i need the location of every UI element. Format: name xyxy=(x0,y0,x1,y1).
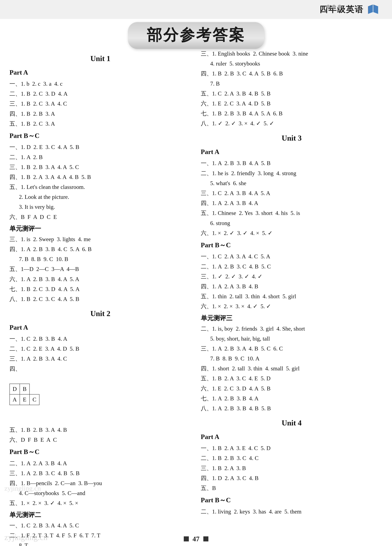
u3-a-line6: 五、1. Chinese 2. Yes 3. short 4. his 5. i… xyxy=(201,208,383,218)
unit3-partA-title: Part A xyxy=(201,146,383,157)
u1-bc-line2: 二、1. A 2. B xyxy=(9,152,191,162)
u2-cont-line3: 四、1. B 2. B 3. C 4. A 5. B 6. B xyxy=(201,69,383,78)
u2-cont-line7: 七、1. B 2. B 3. B 4. A 5. A 6. B xyxy=(201,109,383,118)
u3-cp-line5: 四、1. short 2. tall 3. thin 4. small 5. g… xyxy=(201,364,383,373)
u4-a-line2: 二、1. B 2. B 3. C 4. C xyxy=(201,453,383,463)
page: 四年级英语 部分参考答案 Unit 1 Part A 一、1. b 2. c 3… xyxy=(0,0,392,546)
table-cell-B: B xyxy=(20,384,30,394)
table-cell-A: A xyxy=(10,394,20,405)
u4-a-line3: 三、1. B 2. A 3. B xyxy=(201,463,383,473)
u1-bc-line4: 四、1. B 2. A 3. A 4. A 4. B 5. B xyxy=(9,172,191,182)
unit2-table: D B A E C xyxy=(9,384,39,405)
content-area: Unit 1 Part A 一、1. b 2. c 3. a 4. c 二、1.… xyxy=(9,49,383,530)
u2-cont-line5: 五、1. C 2. A 3. B 4. B 5. B xyxy=(201,89,383,98)
unit1-ceping-title: 单元测评一 xyxy=(9,223,191,234)
u2-cont-line8: 八、1. ✓ 2. ✓ 3. × 4. ✓ 5. ✓ xyxy=(201,119,383,128)
decorative-dots xyxy=(326,5,341,8)
unit1-partBC-title: Part B～C xyxy=(9,130,191,141)
u2-a-line1: 一、1. C 2. B 3. B 4. A xyxy=(9,334,191,344)
unit2-partBC-title: Part B～C xyxy=(9,446,191,457)
u1-a-line2: 二、1. B 2. C 3. D 4. A xyxy=(9,89,191,99)
u1-a-line1: 一、1. b 2. c 3. a 4. c xyxy=(9,79,191,89)
u1-cp-line4: 五、1—D 2—C 3—A 4—B xyxy=(9,264,191,274)
unit3-partBC-title: Part B～C xyxy=(201,240,383,251)
u2-bc-line2: 三、1. A 2. B 3. C 4. B 5. B xyxy=(9,468,191,478)
u2-cont-line4: 7. B xyxy=(201,79,383,89)
u2-bc-line1: 二、1. A 2. A 3. B 4. A xyxy=(9,459,191,468)
u1-cp-line7: 八、1. B 2. C 3. C 4. A 5. B xyxy=(9,294,191,304)
u1-bc-line3: 三、1. B 2. B 3. A 4. A 5. C xyxy=(9,162,191,172)
dot-1 xyxy=(326,5,330,8)
table-cell-E: E xyxy=(20,394,30,405)
unit2-title: Unit 2 xyxy=(9,307,191,320)
u3-cp-line6: 五、1. B 2. A 3. C 4. E 5. D xyxy=(201,374,383,383)
u1-bc-line6: 2. Look at the picture. xyxy=(9,192,191,202)
left-column: Unit 1 Part A 一、1. b 2. c 3. a 4. c 二、1.… xyxy=(9,49,191,530)
page-square-right xyxy=(203,536,208,541)
u3-a-line8: 六、1. × 2. ✓ 3. ✓ 4. × 5. ✓ xyxy=(201,228,383,238)
u2-a-line3: 三、1. A 2. B 3. A 4. C xyxy=(9,354,191,364)
u1-a-line4: 四、1. B 2. B 3. A xyxy=(9,109,191,119)
u2-cont-line6: 六、1. E 2. C 3. A 4. D 5. B xyxy=(201,99,383,108)
u1-a-line5: 五、1. B 2. C 3. A xyxy=(9,119,191,129)
u3-a-line4: 三、1. C 2. A 3. B 4. A 5. A xyxy=(201,188,383,198)
book-icon xyxy=(367,3,379,16)
u3-a-line1: 一、1. A 2. B 3. B 4. A 5. B xyxy=(201,158,383,168)
u1-bc-line7: 3. It is very big. xyxy=(9,202,191,212)
main-title: 部分参考答案 xyxy=(147,26,245,43)
u2-a-line5: 五、1. B 2. B 3. A 4. B xyxy=(9,425,191,435)
u3-cp-line9: 八、1. A 2. B 3. B 4. B 5. B xyxy=(201,404,383,413)
u3-a-line2: 二、1. he is 2. friendly 3. long 4. strong xyxy=(201,169,383,178)
table-cell-C: C xyxy=(30,394,39,405)
u2-bc-line5: 五、1. × 2. × 3. ✓ 4. × 5. × xyxy=(9,498,191,508)
u3-bc-line2: 二、1. A 2. B 3. C 4. B 5. C xyxy=(201,262,383,271)
u2-cont-line2: 4. ruler 5. storybooks xyxy=(201,59,383,68)
u3-cp-line8: 七、1. A 2. B 3. B 4. A xyxy=(201,394,383,403)
u1-bc-line5: 五、1. Let's clean the classroom. xyxy=(9,182,191,192)
main-title-wrap: 部分参考答案 xyxy=(0,22,392,49)
table-cell-D: D xyxy=(10,384,20,394)
u1-cp-line1: 三、1. is 2. Sweep 3. lights 4. me xyxy=(9,234,191,244)
watermark-top: zyjingling.cn xyxy=(4,484,41,492)
unit3-title: Unit 3 xyxy=(201,132,383,144)
u1-cp-line3: 7. B 8. B 9. C 10. B xyxy=(9,254,191,264)
unit1-title: Unit 1 xyxy=(9,52,191,65)
bottom-bar: 47 xyxy=(0,532,392,546)
main-title-background: 部分参考答案 xyxy=(128,22,264,49)
u2-cont-line1: 三、1. English books 2. Chinese book 3. ni… xyxy=(201,49,383,58)
u1-a-line3: 三、1. B 2. C 3. A 4. C xyxy=(9,99,191,109)
u3-cp-line3: 三、1. A 2. B 3. A 4. B 5. C 6. C xyxy=(201,344,383,353)
u2-a-line4: 四、 D B A E C xyxy=(9,364,191,425)
u2-a-line2: 二、1. C 2. E 3. A 4. D 5. B xyxy=(9,344,191,354)
dot-3 xyxy=(338,5,341,8)
u3-bc-line3: 三、1. ✓ 2. ✓ 3. ✓ 4. ✓ xyxy=(201,272,383,281)
unit4-partBC-title: Part B～C xyxy=(201,494,383,506)
u1-bc-line8: 六、B F A D C E xyxy=(9,212,191,222)
unit2-partA-title: Part A xyxy=(9,322,191,333)
u3-bc-line6: 六、1. × 2. × 3. × 4. ✓ 5. ✓ xyxy=(201,302,383,311)
u4-a-line5: 五、B xyxy=(201,483,383,493)
unit4-partA-title: Part A xyxy=(201,431,383,442)
u3-bc-line4: 四、1. A 2. A 3. B 4. B xyxy=(201,282,383,291)
u2-cp-line1: 一、1. C 2. B 3. A 4. A 5. C xyxy=(9,521,191,530)
unit3-ceping-title: 单元测评三 xyxy=(201,313,383,323)
unit2-ceping-title: 单元测评二 xyxy=(9,509,191,520)
u3-a-line5: 四、1. A 2. A 3. B 4. A xyxy=(201,198,383,208)
u1-cp-line6: 七、1. B 2. C 3. D 4. A 5. A xyxy=(9,284,191,294)
u3-bc-line1: 一、1. C 2. A 3. A 4. C 5. A xyxy=(201,252,383,261)
page-square-left xyxy=(184,536,189,541)
u3-cp-line2: 5. boy, short, hair, big, tall xyxy=(201,334,383,344)
u4-a-line1: 一、1. B 2. A 3. E 4. C 5. D xyxy=(201,443,383,453)
page-number: 47 xyxy=(193,535,200,543)
u3-bc-line5: 五、1. thin 2. tall 3. thin 4. short 5. gi… xyxy=(201,292,383,301)
u1-cp-line2: 四、1. A 2. B 3. B 4. C 5. A 6. B xyxy=(9,244,191,254)
u1-bc-line1: 一、1. D 2. E 3. C 4. A 5. B xyxy=(9,142,191,152)
right-column: 三、1. English books 2. Chinese book 3. ni… xyxy=(201,49,383,530)
u2-a-line6: 六、D F B E A C xyxy=(9,435,191,445)
u3-cp-line4: 7. B 8. B 9. C 10. A xyxy=(201,354,383,364)
u3-cp-line1: 二、1. is, boy 2. friends 3. girl 4. She, … xyxy=(201,324,383,334)
u3-a-line7: 6. strong xyxy=(201,218,383,228)
u4-a-line4: 四、1. D 2. A 3. C 4. B xyxy=(201,473,383,483)
dot-2 xyxy=(332,5,336,8)
unit4-title: Unit 4 xyxy=(201,416,383,429)
